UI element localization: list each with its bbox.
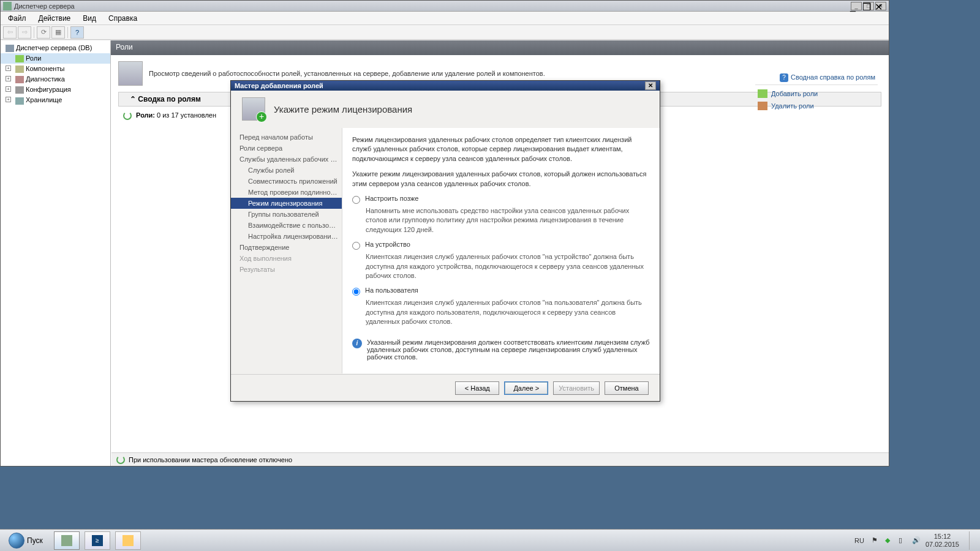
roles-icon <box>15 55 24 62</box>
start-orb-icon <box>9 533 24 549</box>
tree-root[interactable]: Диспетчер сервера (DB) <box>1 43 110 53</box>
show-desktop-button[interactable] <box>969 531 976 550</box>
radio-per-user[interactable] <box>352 288 360 296</box>
nav-confirmation[interactable]: Подтверждение <box>231 242 342 253</box>
tray-sound-icon[interactable]: 🔊 <box>912 536 921 545</box>
add-icon <box>758 89 767 98</box>
wizard-footer: < Назад Далее > Установить Отмена <box>231 374 660 401</box>
intro-text-1: Режим лицензирования удаленных рабочих с… <box>352 135 650 163</box>
back-button[interactable]: ⇦ <box>3 26 17 39</box>
outer-restore[interactable]: ❐ <box>862 1 875 11</box>
titlebar[interactable]: Диспетчер сервера _ □ ✕ <box>1 1 889 12</box>
actions-help-link[interactable]: ?Сводная справка по ролям <box>755 71 878 85</box>
actions-panel: ?Сводная справка по ролям Добавить роли … <box>755 71 878 112</box>
server-manager-icon <box>61 535 72 546</box>
system-tray: RU ⚑ ◆ ▯ 🔊 15:12 07.02.2015 <box>852 531 976 550</box>
tray-network-icon[interactable]: ◆ <box>885 536 894 545</box>
menu-action[interactable]: Действие <box>32 12 77 24</box>
radio-configure-later[interactable] <box>352 196 360 204</box>
refresh-icon <box>123 111 132 120</box>
label-configure-later: Настроить позже <box>365 195 418 202</box>
back-button[interactable]: < Назад <box>455 381 499 395</box>
outer-minimize[interactable]: _ <box>850 1 862 11</box>
nav-role-services[interactable]: Службы ролей <box>231 165 342 176</box>
menu-view[interactable]: Вид <box>77 12 102 24</box>
option-per-user[interactable]: На пользователя <box>352 287 650 296</box>
storage-icon <box>15 97 24 105</box>
folder-icon <box>123 535 134 546</box>
nav-licensing-mode[interactable]: Режим лицензирования <box>231 198 342 209</box>
menu-help[interactable]: Справка <box>102 12 143 24</box>
wizard-titlebar[interactable]: Мастер добавления ролей ✕ <box>231 81 660 91</box>
task-server-manager[interactable] <box>54 531 80 550</box>
remove-icon <box>758 102 767 110</box>
wizard-nav: Перед началом работы Роли сервера Службы… <box>231 128 342 373</box>
nav-app-compat[interactable]: Совместимость приложений <box>231 176 342 187</box>
wizard-close-button[interactable]: ✕ <box>645 81 656 90</box>
label-per-device: На устройство <box>365 241 410 248</box>
option-per-device[interactable]: На устройство <box>352 241 650 250</box>
label-per-user: На пользователя <box>365 287 418 294</box>
expand-icon[interactable]: + <box>6 86 11 92</box>
cancel-button[interactable]: Отмена <box>605 381 649 395</box>
wizard-content: Режим лицензирования удаленных рабочих с… <box>342 128 660 373</box>
tray-flag-icon[interactable]: ⚑ <box>872 536 880 545</box>
app-icon <box>3 2 12 10</box>
taskbar: Пуск ≥ RU ⚑ ◆ ▯ 🔊 15:12 07.02.2015 <box>0 529 980 551</box>
separator <box>34 27 34 38</box>
nav-user-experience[interactable]: Взаимодействие с пользова… <box>231 220 342 231</box>
properties-button[interactable]: ▦ <box>51 26 65 39</box>
next-button[interactable]: Далее > <box>504 381 548 395</box>
expand-icon[interactable]: + <box>6 97 11 102</box>
nav-auth-method[interactable]: Метод проверки подлинности <box>231 187 342 198</box>
content-header: Роли <box>111 40 889 55</box>
forward-button[interactable]: ⇨ <box>18 26 31 39</box>
desc-per-user: Клиентская лицензия служб удаленных рабо… <box>366 298 650 326</box>
configuration-icon <box>15 86 24 94</box>
refresh-button[interactable]: ⟳ <box>37 26 50 39</box>
busy-icon <box>116 455 125 464</box>
tree-components[interactable]: +Компоненты <box>1 64 110 74</box>
server-large-icon <box>118 61 143 86</box>
nav-user-groups[interactable]: Группы пользователей <box>231 209 342 220</box>
server-icon <box>6 45 14 52</box>
tree-configuration[interactable]: +Конфигурация <box>1 84 110 95</box>
statusbar: При использовании мастера обновление отк… <box>111 452 889 466</box>
tree-storage[interactable]: +Хранилище <box>1 95 110 105</box>
nav-licensing-config[interactable]: Настройка лицензирования … <box>231 231 342 242</box>
install-button: Установить <box>553 381 600 395</box>
wizard-heading: Укажите режим лицензирования <box>274 104 412 114</box>
question-icon: ? <box>780 73 788 82</box>
task-powershell[interactable]: ≥ <box>85 531 110 550</box>
option-configure-later[interactable]: Настроить позже <box>352 195 650 204</box>
tree-roles[interactable]: Роли <box>1 53 110 64</box>
desc-per-device: Клиентская лицензия служб удаленных рабо… <box>366 252 650 280</box>
banner-text: Просмотр сведений о работоспособности ро… <box>149 70 545 77</box>
language-indicator[interactable]: RU <box>852 536 867 545</box>
expand-icon[interactable]: + <box>6 66 11 71</box>
nav-server-roles[interactable]: Роли сервера <box>231 143 342 154</box>
expand-icon[interactable]: + <box>6 76 11 81</box>
nav-rds[interactable]: Службы удаленных рабочих ст… <box>231 154 342 165</box>
menubar: Файл Действие Вид Справка <box>1 12 889 25</box>
add-roles-wizard: Мастер добавления ролей ✕ Укажите режим … <box>230 80 660 402</box>
help-button[interactable]: ? <box>70 26 84 39</box>
window-title: Диспетчер сервера <box>14 2 75 10</box>
nav-results: Результаты <box>231 264 342 275</box>
toolbar: ⇦ ⇨ ⟳ ▦ ? <box>1 25 889 40</box>
outer-close[interactable]: ✕ <box>875 1 887 11</box>
info-note: i Указанный режим лицензирования должен … <box>352 339 650 361</box>
tray-notification-icon[interactable]: ▯ <box>899 536 907 545</box>
start-label: Пуск <box>27 536 43 545</box>
diagnostics-icon <box>15 76 24 83</box>
add-roles-link[interactable]: Добавить роли <box>755 88 878 100</box>
menu-file[interactable]: Файл <box>2 12 32 24</box>
tree-diagnostics[interactable]: +Диагностика <box>1 74 110 84</box>
clock[interactable]: 15:12 07.02.2015 <box>925 533 962 547</box>
radio-per-device[interactable] <box>352 242 360 250</box>
remove-roles-link[interactable]: Удалить роли <box>755 100 878 112</box>
nav-before-begin[interactable]: Перед началом работы <box>231 132 342 143</box>
start-button[interactable]: Пуск <box>4 531 48 550</box>
task-explorer[interactable] <box>115 531 141 550</box>
status-text: При использовании мастера обновление отк… <box>129 456 292 463</box>
